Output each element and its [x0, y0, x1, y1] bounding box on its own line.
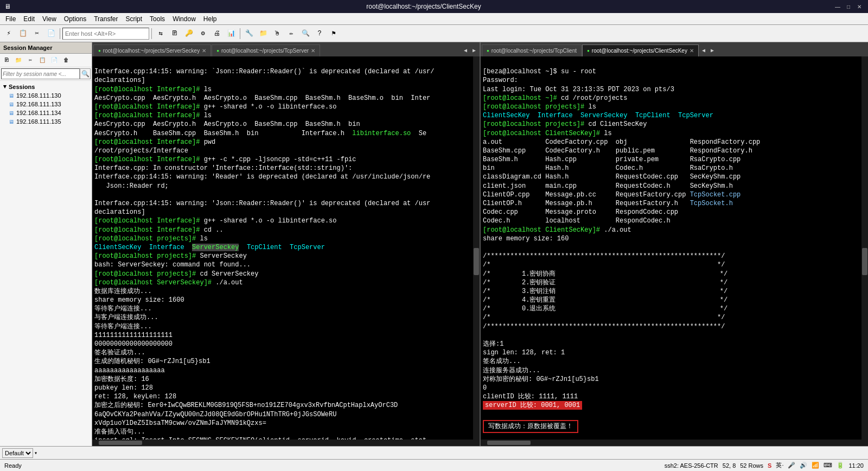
menu-window[interactable]: Window	[169, 14, 199, 24]
tab-server-seckey[interactable]: ● root@localhost:~/projects/ServerSeckey…	[93, 44, 211, 56]
host-input[interactable]	[62, 28, 149, 40]
toolbar-btn-5[interactable]: ⇆	[154, 27, 167, 40]
menu-file[interactable]: File	[2, 14, 19, 24]
right-vscroll[interactable]	[861, 56, 868, 440]
profile-select[interactable]: Default	[2, 448, 33, 458]
toolbar-btn-6[interactable]: 🖹	[168, 27, 181, 40]
session-label-130: 192.168.111.130	[16, 92, 61, 99]
tab-close-4[interactable]: ✕	[690, 48, 694, 54]
menu-script[interactable]: Script	[122, 14, 145, 24]
session-item-135[interactable]: 🖥 192.168.111.135	[0, 117, 92, 126]
session-panel-header: Session Manager	[0, 42, 92, 54]
left-vscroll-thumb[interactable]	[474, 248, 479, 275]
tab-tcp-server[interactable]: ● root@localhost:~/projects/TcpServer ✕	[212, 44, 320, 56]
chevron-down-icon: ▾	[3, 83, 7, 90]
tab-label-1: root@localhost:~/projects/ServerSeckey	[103, 48, 200, 54]
toolbar-btn-1[interactable]: ⚡	[2, 27, 15, 40]
maximize-button[interactable]: □	[844, 2, 853, 11]
tab-arrow-left-2[interactable]: ◀	[699, 44, 708, 56]
toolbar-btn-2[interactable]: 📋	[16, 27, 29, 40]
toolbar-btn-15[interactable]: 🔍	[299, 27, 312, 40]
tab-client-seckey[interactable]: ● root@localhost:~/projects/ClientSecKey…	[582, 44, 699, 56]
profile-dropdown-icon[interactable]: ▾	[34, 450, 37, 456]
status-speaker-icon: 🔊	[800, 462, 807, 469]
minimize-button[interactable]: —	[833, 2, 842, 11]
terminal-left: Interface.cpp:14:15: warning: `Json::Rea…	[92, 56, 481, 446]
toolbar-btn-10[interactable]: 📊	[225, 27, 238, 40]
toolbar: ⚡ 📋 ✂ 📄 ⇆ 🖹 🔑 ⚙ 🖨 📊 🔧 📁 🖱 ✏ 🔍 ? ⚑	[0, 25, 868, 42]
toolbar-btn-12[interactable]: 📁	[257, 27, 270, 40]
toolbar-btn-11[interactable]: 🔧	[242, 27, 256, 40]
menu-bar: File Edit View Options Transfer Script T…	[0, 13, 868, 25]
right-hscroll-thumb[interactable]	[487, 441, 531, 445]
sessions-group[interactable]: ▾ Sessions	[0, 82, 92, 91]
menu-view[interactable]: View	[39, 14, 60, 24]
status-rows: 52 Rows	[740, 462, 763, 469]
status-encoding: 英·	[776, 461, 783, 469]
filter-search-btn[interactable]: 🔍	[80, 68, 91, 79]
left-hscroll-thumb[interactable]	[99, 441, 142, 445]
status-bar: Ready ssh2: AES-256-CTR 52, 8 52 Rows S …	[0, 459, 868, 471]
menu-edit[interactable]: Edit	[20, 14, 38, 24]
toolbar-sep-2	[151, 28, 152, 39]
status-ssh: ssh2: AES-256-CTR	[665, 462, 718, 469]
status-clock: 11:20	[848, 462, 864, 469]
session-paste-btn[interactable]: 📄	[49, 55, 60, 66]
right-vscroll-thumb[interactable]	[862, 248, 867, 275]
computer-icon-133: 🖥	[9, 101, 14, 107]
status-keyboard-icon: ⌨	[824, 462, 832, 469]
tab-close-1[interactable]: ✕	[202, 48, 206, 54]
toolbar-btn-8[interactable]: ⚙	[196, 27, 209, 40]
tab-arrow-left[interactable]: ◀	[461, 44, 470, 56]
computer-icon-135: 🖥	[9, 119, 14, 125]
terminal-area: ● root@localhost:~/projects/ServerSeckey…	[92, 42, 868, 446]
tab-green-dot-4: ●	[587, 48, 590, 53]
tab-green-dot-3: ●	[487, 48, 489, 53]
toolbar-btn-17[interactable]: ⚑	[327, 27, 340, 40]
tab-tcp-client[interactable]: ● root@localhost:~/projects/TcpClient	[482, 44, 582, 56]
close-button[interactable]: ✕	[855, 2, 864, 11]
tab-label-2: root@localhost:~/projects/TcpServer	[221, 48, 309, 54]
status-coords: 52, 8	[723, 462, 736, 469]
session-copy-btn[interactable]: 📋	[37, 55, 48, 66]
terminal-right-content[interactable]: [beza@localhost ~]$ su - root Password: …	[481, 56, 868, 440]
menu-transfer[interactable]: Transfer	[91, 14, 121, 24]
toolbar-btn-7[interactable]: 🔑	[182, 27, 195, 40]
session-folder-btn[interactable]: 📁	[13, 55, 24, 66]
status-battery-icon: 🔋	[837, 462, 844, 469]
window-controls: — □ ✕	[833, 2, 864, 11]
terminal-panels: Interface.cpp:14:15: warning: `Json::Rea…	[92, 56, 868, 446]
session-item-130[interactable]: 🖥 192.168.111.130	[0, 91, 92, 100]
session-delete-btn[interactable]: 🗑	[61, 55, 72, 66]
left-vscroll[interactable]	[473, 56, 480, 440]
left-hscroll[interactable]	[92, 440, 480, 446]
toolbar-btn-9[interactable]: 🖨	[210, 27, 224, 40]
status-network-icon: 📶	[812, 462, 819, 469]
title-bar: 🖥 root@localhost:~/projects/ClientSecKey…	[0, 0, 868, 13]
computer-icon-134: 🖥	[9, 110, 14, 116]
tab-arrow-right-1[interactable]: ▶	[470, 44, 478, 56]
tab-label-3: root@localhost:~/projects/TcpClient	[492, 48, 577, 54]
toolbar-btn-16[interactable]: ?	[313, 27, 326, 40]
tab-arrow-right-2[interactable]: ▶	[708, 44, 717, 56]
tab-green-dot-2: ●	[216, 48, 219, 53]
toolbar-sep-1	[60, 28, 60, 39]
session-item-134[interactable]: 🖥 192.168.111.134	[0, 109, 92, 117]
toolbar-btn-14[interactable]: ✏	[285, 27, 298, 40]
menu-tools[interactable]: Tools	[146, 14, 168, 24]
toolbar-btn-13[interactable]: 🖱	[271, 27, 284, 40]
tab-close-2[interactable]: ✕	[311, 48, 315, 54]
toolbar-btn-4[interactable]: 📄	[44, 27, 58, 40]
session-cut-btn[interactable]: ✂	[25, 55, 36, 66]
menu-help[interactable]: Help	[200, 14, 220, 24]
session-new-btn[interactable]: 🖹	[1, 55, 12, 66]
highlight-box-right: 写数据成功：原数据被覆盖！	[483, 420, 578, 433]
toolbar-btn-3[interactable]: ✂	[30, 27, 43, 40]
status-ready: Ready	[4, 462, 22, 469]
status-right: ssh2: AES-256-CTR 52, 8 52 Rows S 英· 🎤 🔊…	[665, 461, 864, 469]
right-hscroll[interactable]	[481, 440, 868, 446]
filter-input[interactable]	[1, 68, 80, 79]
terminal-left-content[interactable]: Interface.cpp:14:15: warning: `Json::Rea…	[92, 56, 480, 440]
session-item-133[interactable]: 🖥 192.168.111.133	[0, 100, 92, 109]
menu-options[interactable]: Options	[61, 14, 90, 24]
